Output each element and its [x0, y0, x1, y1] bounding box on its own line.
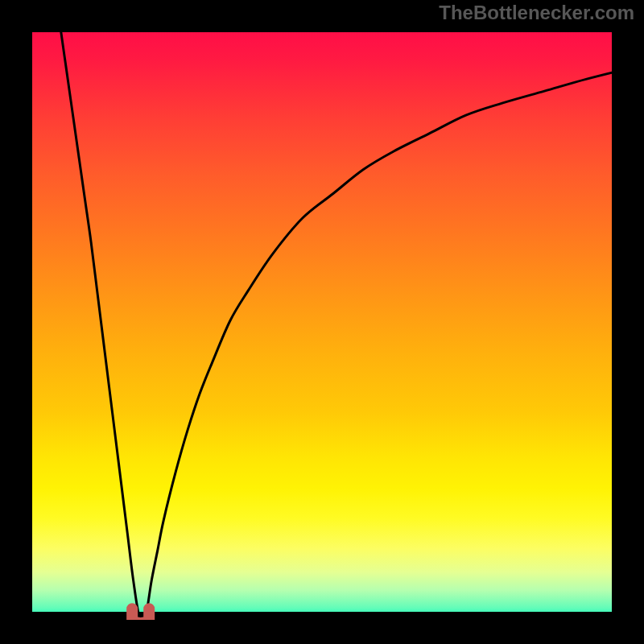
plot-background: [24, 24, 620, 620]
chart-container: TheBottlenecker.com: [0, 0, 644, 644]
brand-watermark: TheBottlenecker.com: [439, 2, 634, 23]
bottleneck-chart: TheBottlenecker.com: [0, 0, 644, 644]
